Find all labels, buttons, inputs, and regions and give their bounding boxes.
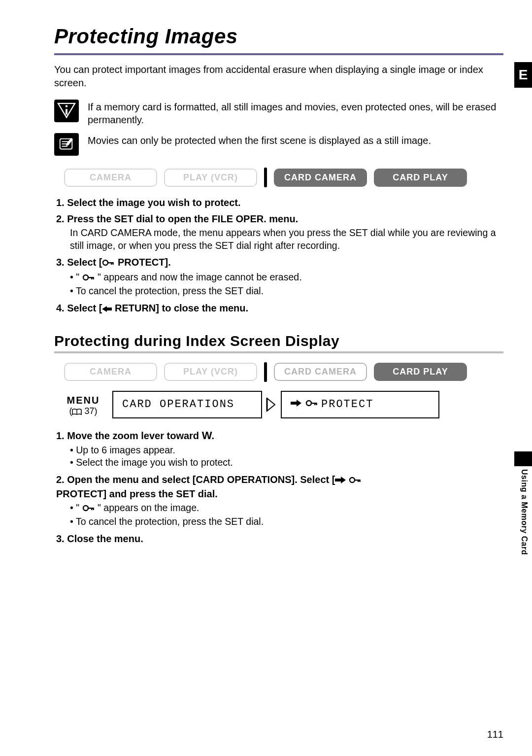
step3-bullet1: " " appears and now the image cannot be …: [70, 271, 503, 285]
s2-step1-b2: Select the image you wish to protect.: [70, 456, 503, 469]
mode-play-vcr-2: PLAY (VCR): [164, 363, 257, 381]
right-arrow-icon: [291, 398, 301, 411]
mode-separator: [264, 168, 267, 187]
page-title: Protecting Images: [54, 25, 503, 48]
intro-text: You can protect important images from ac…: [54, 63, 503, 90]
step3-head: Select [ PROTECT].: [67, 257, 171, 268]
mode-card-camera-2: CARD CAMERA: [274, 363, 367, 381]
svg-point-29: [83, 506, 88, 511]
svg-point-25: [350, 478, 355, 482]
w-mark-icon: W: [202, 428, 212, 443]
svg-rect-14: [93, 277, 94, 279]
subheading: Protecting during Index Screen Display: [54, 333, 503, 353]
svg-rect-1: [66, 109, 67, 114]
s2-step1-b1: Up to 6 images appear.: [70, 444, 503, 457]
svg-rect-13: [91, 277, 92, 279]
menu-ref: ( 37): [54, 406, 112, 418]
svg-rect-10: [113, 262, 114, 265]
title-underline: [54, 53, 503, 55]
menu-arrow-icon: [262, 391, 281, 418]
svg-rect-32: [93, 508, 94, 510]
svg-rect-23: [316, 403, 317, 405]
exclamation-icon: [54, 100, 79, 122]
step3-bullet2: To cancel the protection, press the SET …: [70, 285, 503, 298]
step2-head: Press the SET dial to open the FILE OPER…: [67, 213, 298, 224]
svg-point-11: [83, 275, 88, 280]
svg-point-20: [306, 401, 311, 406]
menu-path: MENU ( 37) CARD OPERATIONS PROTECT: [54, 391, 503, 418]
mode-play-vcr: PLAY (VCR): [164, 169, 257, 187]
step1-head: Select the image you wish to protect.: [67, 197, 240, 208]
mode-camera-2: CAMERA: [64, 363, 157, 381]
key-icon: [102, 257, 115, 270]
key-icon: [305, 398, 318, 411]
info-text: Movies can only be protected when the fi…: [88, 133, 431, 147]
svg-marker-17: [267, 398, 275, 411]
language-tab: E: [514, 62, 532, 88]
manual-ref-icon: [72, 408, 82, 418]
svg-rect-28: [359, 480, 360, 482]
section-tab-marker: [514, 451, 532, 466]
info-note: Movies can only be protected when the fi…: [54, 133, 503, 156]
mode-card-play: CARD PLAY: [374, 169, 467, 187]
svg-marker-24: [335, 477, 346, 483]
key-icon: [82, 503, 95, 515]
svg-point-7: [103, 260, 108, 265]
svg-rect-31: [91, 508, 92, 510]
section-caption: Using a Memory Card: [520, 469, 529, 555]
svg-point-2: [66, 105, 68, 107]
s2-step2-b1: " " appears on the image.: [70, 502, 503, 515]
s2-step2-head: Open the menu and select [CARD OPERATION…: [56, 474, 362, 499]
key-icon: [349, 474, 362, 487]
svg-rect-27: [358, 480, 359, 482]
s2-step1-head: Move the zoom lever toward W.: [67, 430, 214, 441]
menu-box-protect: PROTECT: [281, 391, 439, 418]
right-arrow-icon: [335, 474, 346, 487]
mode-camera: CAMERA: [64, 169, 157, 187]
mode-separator-2: [264, 362, 267, 382]
key-icon: [82, 272, 95, 285]
mode-card-camera: CARD CAMERA: [274, 169, 367, 187]
mode-row-1: CAMERA PLAY (VCR) CARD CAMERA CARD PLAY: [64, 168, 503, 187]
warning-text: If a memory card is formatted, all still…: [88, 100, 503, 126]
mode-card-play-2: CARD PLAY: [374, 363, 467, 381]
notes-icon: [54, 133, 79, 156]
svg-marker-19: [291, 400, 301, 407]
svg-marker-15: [102, 306, 112, 312]
page-number: 111: [487, 729, 503, 740]
svg-rect-22: [314, 403, 315, 405]
step4-head: Select [ RETURN] to close the menu.: [67, 303, 248, 313]
mode-row-2: CAMERA PLAY (VCR) CARD CAMERA CARD PLAY: [64, 362, 503, 382]
s2-step3-head: Close the menu.: [67, 533, 143, 544]
menu-label: MENU: [54, 395, 112, 406]
steps-1: 1. Select the image you wish to protect.…: [56, 196, 503, 316]
s2-step2-b2: To cancel the protection, press the SET …: [70, 515, 503, 528]
return-arrow-icon: [102, 303, 112, 316]
svg-rect-9: [111, 262, 112, 265]
menu-box-card-operations: CARD OPERATIONS: [112, 391, 262, 418]
steps-2: 1. Move the zoom lever toward W. Up to 6…: [56, 428, 503, 546]
warning-note: If a memory card is formatted, all still…: [54, 100, 503, 126]
step2-body: In CARD CAMERA mode, the menu appears wh…: [70, 227, 503, 252]
